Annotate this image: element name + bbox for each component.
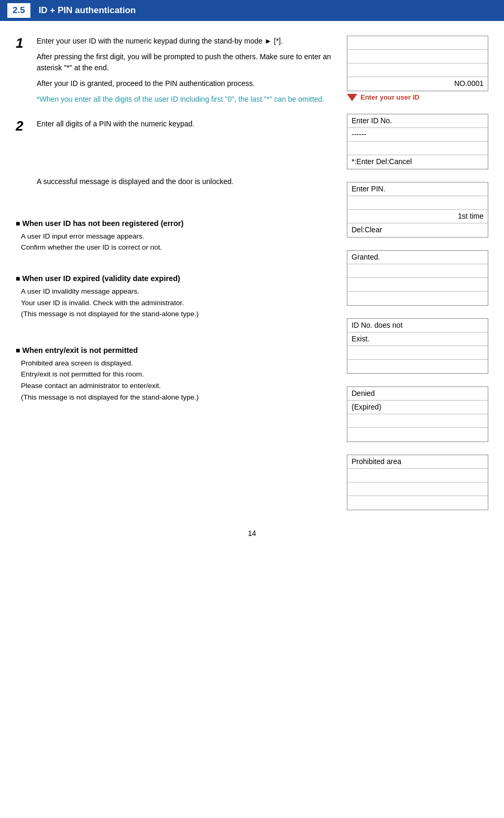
bullet-3-line-2: Entry/exit is not permitted for this roo…	[21, 369, 334, 380]
bullet-3-body: Prohibited area screen is displayed. Ent…	[16, 358, 334, 403]
bullet-2-body: A user ID invalidity message appears. Yo…	[16, 286, 334, 320]
panel4-row4	[347, 292, 488, 305]
panel7-row2	[347, 469, 488, 482]
panel-block-5: ID No. does not Exist.	[347, 318, 488, 374]
display-panel-7: Prohibited area	[347, 455, 488, 510]
bullet-2-line-2: Your user ID is invalid. Check with the …	[21, 297, 334, 309]
success-text: A successful message is displayed and th…	[37, 176, 334, 188]
panel5-row3	[347, 346, 488, 360]
display-panel-4: Granted.	[347, 250, 488, 306]
panel1-annotation-text: Enter your user ID	[360, 93, 420, 101]
panel1-row3	[347, 63, 488, 77]
step-2: 2 Enter all digits of a PIN with the num…	[16, 119, 334, 134]
bullet-3-line-1: Prohibited area screen is displayed.	[21, 358, 334, 369]
bullet-section-3: When entry/exit is not permitted Prohibi…	[16, 346, 334, 403]
step-1: 1 Enter your user ID with the numeric ke…	[16, 36, 334, 109]
step-1-text: Enter your user ID with the numeric keyp…	[37, 36, 334, 109]
panel6-row3	[347, 414, 488, 428]
panel6-row2: (Expired)	[347, 401, 488, 414]
step-1-para3: After your ID is granted, proceed to the…	[37, 78, 334, 90]
bullet-3-title: When entry/exit is not permitted	[16, 346, 334, 354]
bullet-section-2: When user ID expired (validity date expi…	[16, 274, 334, 320]
bullet-1-line-1: A user ID input error message appears.	[21, 231, 334, 242]
panel3-row3: 1st time	[347, 210, 488, 223]
panel4-row1: Granted.	[347, 251, 488, 264]
page-header: 2.5 ID + PIN authentication	[0, 0, 504, 21]
panel2-row1: Enter ID No.	[347, 114, 488, 128]
right-column: NO.0001 Enter your user ID Enter ID No. …	[347, 36, 488, 510]
panel-block-1: NO.0001 Enter your user ID	[347, 36, 488, 101]
bullet-2-line-3: (This message is not displayed for the s…	[21, 308, 334, 320]
panel5-row4	[347, 360, 488, 373]
display-panel-6: Denied (Expired)	[347, 386, 488, 442]
bullet-3-line-4: (This message is not displayed for the s…	[21, 392, 334, 403]
panel6-row1: Denied	[347, 387, 488, 401]
panel2-row4: *:Enter Del:Cancel	[347, 155, 488, 169]
bullet-2-title: When user ID expired (validity date expi…	[16, 274, 334, 283]
bullet-1-line-2: Confirm whether the user ID is correct o…	[21, 242, 334, 253]
step-2-number: 2	[16, 119, 31, 134]
panel7-row4	[347, 496, 488, 510]
step-1-para1: Enter your user ID with the numeric keyp…	[37, 36, 334, 47]
step-2-text: Enter all digits of a PIN with the numer…	[37, 119, 194, 134]
bullet-1-body: A user ID input error message appears. C…	[16, 231, 334, 253]
section-number: 2.5	[7, 3, 30, 18]
panel6-row4	[347, 428, 488, 442]
bullet-3-line-3: Please contact an administrator to enter…	[21, 380, 334, 392]
step-2-para: Enter all digits of a PIN with the numer…	[37, 119, 194, 130]
panel5-row1: ID No. does not	[347, 319, 488, 332]
panel1-row2	[347, 50, 488, 63]
panel-block-6: Denied (Expired)	[347, 386, 488, 442]
panel-block-4: Granted.	[347, 250, 488, 306]
arrow-down-icon	[347, 94, 357, 101]
display-panel-2: Enter ID No. ------ *:Enter Del:Cancel	[347, 114, 488, 169]
display-panel-3: Enter PIN. 1st time Del:Clear	[347, 182, 488, 238]
panel2-row2: ------	[347, 128, 488, 142]
panel4-row2	[347, 264, 488, 278]
page-number: 14	[0, 521, 504, 543]
panel-block-3: Enter PIN. 1st time Del:Clear	[347, 182, 488, 238]
panel3-row2	[347, 196, 488, 210]
left-column: 1 Enter your user ID with the numeric ke…	[16, 36, 334, 510]
panel-block-2: Enter ID No. ------ *:Enter Del:Cancel	[347, 114, 488, 169]
panel7-row3	[347, 482, 488, 496]
step-1-note: *When you enter all the digits of the us…	[37, 94, 334, 105]
page-title: ID + PIN authentication	[39, 5, 136, 16]
step-1-para2: After pressing the first digit, you will…	[37, 51, 334, 74]
panel3-row4: Del:Clear	[347, 223, 488, 237]
panel-block-7: Prohibited area	[347, 455, 488, 510]
bullet-1-title: When user ID has not been registered (er…	[16, 219, 334, 228]
display-panel-1: NO.0001	[347, 36, 488, 91]
display-panel-5: ID No. does not Exist.	[347, 318, 488, 374]
panel1-annotation: Enter your user ID	[347, 93, 488, 101]
panel1-row1	[347, 36, 488, 50]
step-1-number: 1	[16, 36, 31, 109]
panel1-row4: NO.0001	[347, 77, 488, 91]
panel5-row2: Exist.	[347, 332, 488, 346]
panel2-row3	[347, 142, 488, 155]
bullet-2-line-1: A user ID invalidity message appears.	[21, 286, 334, 297]
bullet-section-1: When user ID has not been registered (er…	[16, 219, 334, 253]
panel7-row1: Prohibited area	[347, 455, 488, 469]
panel4-row3	[347, 278, 488, 292]
panel3-row1: Enter PIN.	[347, 182, 488, 196]
